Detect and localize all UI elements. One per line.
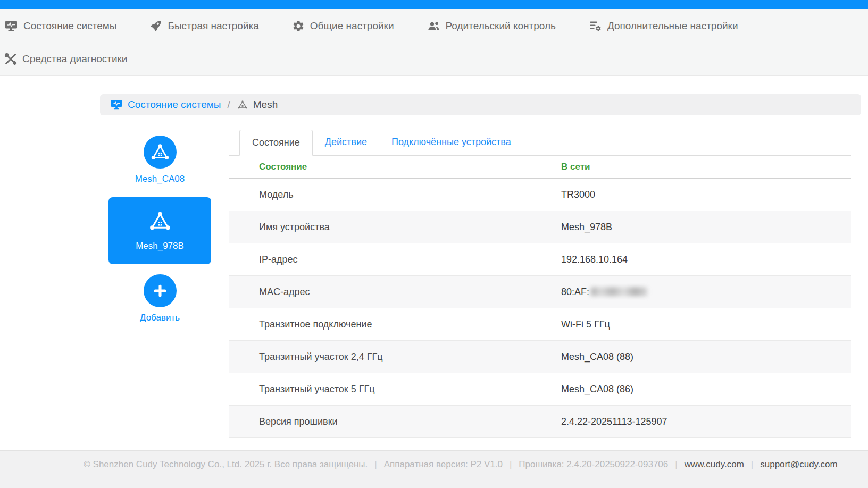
mesh-node-label: Mesh_CA08	[135, 174, 185, 184]
mesh-node-sidebar: Mesh_CA08 Mesh_978B Добавить	[100, 130, 229, 438]
nav-quick-setup[interactable]: Быстрая настройка	[149, 10, 258, 43]
table-row-backhaul-5: Транзитный участок 5 ГГц Mesh_CA08 (86)	[229, 373, 851, 406]
mesh-icon	[237, 99, 248, 110]
breadcrumb: Состояние системы / Mesh	[100, 94, 861, 115]
row-value: Mesh_CA08 (86)	[561, 373, 851, 406]
breadcrumb-current-page: Mesh	[253, 99, 278, 111]
row-value: Mesh_CA08 (88)	[561, 341, 851, 373]
row-label: Транзитный участок 2,4 ГГц	[229, 341, 561, 373]
add-mesh-node-button[interactable]: Добавить	[108, 274, 211, 323]
monitor-pulse-icon	[4, 20, 18, 32]
nav-system-status[interactable]: Состояние системы	[4, 10, 116, 43]
nav-label: Средства диагностики	[22, 53, 127, 65]
footer-separator: |	[374, 459, 377, 488]
nav-advanced-settings[interactable]: Дополнительные настройки	[589, 10, 738, 43]
table-row-device-name: Имя устройства Mesh_978B	[229, 211, 851, 243]
nav-label: Дополнительные настройки	[607, 20, 738, 32]
plus-icon	[151, 282, 169, 300]
row-label: Имя устройства	[229, 211, 561, 243]
table-row-backhaul-24: Транзитный участок 2,4 ГГц Mesh_CA08 (88…	[229, 341, 851, 373]
mesh-node-ca08[interactable]: Mesh_CA08	[108, 136, 211, 184]
row-value: 192.168.10.164	[561, 243, 851, 276]
row-label: MAC-адрес	[229, 276, 561, 308]
top-accent-bar	[0, 0, 868, 9]
row-label: Транзитный участок 5 ГГц	[229, 373, 561, 406]
detail-tabs: Состояние Действие Подключённые устройст…	[229, 130, 851, 156]
footer-separator: |	[675, 459, 677, 488]
nav-diagnostics[interactable]: Средства диагностики	[4, 43, 127, 75]
nav-parental-control[interactable]: Родительский контроль	[427, 10, 556, 43]
add-node-label: Добавить	[140, 313, 180, 323]
row-value: 2.4.22-20251113-125907	[561, 406, 851, 438]
node-detail-panel: Состояние Действие Подключённые устройст…	[229, 130, 851, 438]
mesh-node-circle	[144, 136, 177, 169]
gear-icon	[292, 20, 305, 32]
add-circle	[144, 274, 177, 307]
footer-website-link[interactable]: www.cudy.com	[685, 459, 744, 488]
row-label: Версия прошивки	[229, 406, 561, 438]
row-value: 80:AF:	[561, 276, 851, 308]
main-nav: Состояние системы Быстрая настройка Общи…	[0, 9, 868, 76]
status-table-header: Состояние В сети	[229, 156, 851, 179]
tab-connected-devices[interactable]: Подключённые устройства	[379, 130, 523, 155]
footer-separator: |	[510, 459, 512, 488]
footer-firmware-version: Прошивка: 2.4.20-20250922-093706	[519, 459, 668, 488]
mac-redacted-blur	[591, 287, 647, 296]
mesh-node-978b-selected[interactable]: Mesh_978B	[108, 197, 211, 264]
footer-copyright: © Shenzhen Cudy Technology Co., Ltd. 202…	[84, 459, 368, 488]
row-label: IP-адрес	[229, 243, 561, 276]
row-value: Wi-Fi 5 ГГц	[561, 308, 851, 341]
list-gear-icon	[589, 20, 602, 32]
nav-label: Общие настройки	[310, 20, 394, 32]
row-label: Модель	[229, 179, 561, 211]
mesh-icon	[149, 210, 171, 232]
table-row-model: Модель TR3000	[229, 179, 851, 211]
tools-icon	[4, 53, 17, 65]
table-row-firmware-version: Версия прошивки 2.4.22-20251113-125907	[229, 406, 851, 438]
footer-hardware-version: Аппаратная версия: P2 V1.0	[384, 459, 503, 488]
tab-action[interactable]: Действие	[313, 130, 379, 155]
nav-label: Быстрая настройка	[168, 20, 258, 32]
mac-visible-part: 80:AF:	[561, 287, 589, 297]
mesh-icon	[151, 142, 170, 162]
page-footer: © Shenzhen Cudy Technology Co., Ltd. 202…	[0, 450, 868, 488]
mesh-node-label: Mesh_978B	[136, 241, 184, 251]
footer-separator: |	[751, 459, 753, 488]
status-header-left: Состояние	[229, 156, 561, 179]
table-row-ip-address: IP-адрес 192.168.10.164	[229, 243, 851, 276]
breadcrumb-separator: /	[227, 99, 230, 111]
status-header-online: В сети	[561, 156, 851, 179]
row-value: Mesh_978B	[561, 211, 851, 243]
breadcrumb-section-link[interactable]: Состояние системы	[128, 99, 221, 111]
nav-label: Состояние системы	[23, 20, 116, 32]
row-label: Транзитное подключение	[229, 308, 561, 341]
monitor-pulse-icon	[110, 99, 123, 111]
nav-label: Родительский контроль	[446, 20, 556, 32]
table-row-mac-address: MAC-адрес 80:AF:	[229, 276, 851, 308]
footer-email-link[interactable]: support@cudy.com	[760, 459, 837, 488]
tab-status[interactable]: Состояние	[239, 130, 313, 156]
rocket-icon	[149, 20, 162, 32]
row-value: TR3000	[561, 179, 851, 211]
status-table: Состояние В сети Модель TR3000 Имя устро…	[229, 156, 851, 438]
nav-general-settings[interactable]: Общие настройки	[292, 10, 394, 43]
users-icon	[427, 20, 440, 32]
table-row-uplink: Транзитное подключение Wi-Fi 5 ГГц	[229, 308, 851, 341]
